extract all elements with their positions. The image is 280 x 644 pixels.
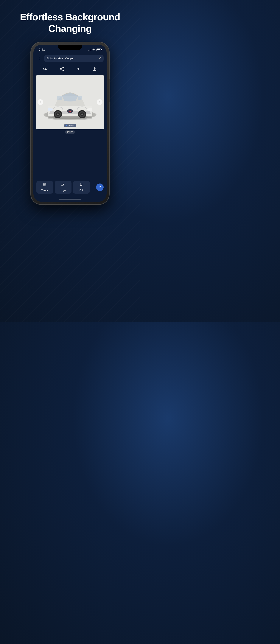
signal-bars-icon [88, 48, 91, 51]
svg-point-8 [48, 116, 92, 120]
back-button[interactable]: ‹ [36, 56, 42, 61]
theme-label: Theme [41, 189, 48, 192]
svg-rect-20 [43, 183, 44, 185]
car-image-area: 🚘 [36, 75, 104, 129]
svg-point-4 [63, 70, 64, 70]
svg-point-7 [78, 68, 79, 70]
svg-rect-21 [45, 183, 46, 185]
svg-rect-24 [62, 184, 65, 186]
svg-rect-23 [45, 185, 46, 186]
hero-title: Effortless Background Changing [9, 11, 132, 34]
edit-icon[interactable] [98, 56, 101, 60]
page-counter-badge: 16/120 [65, 130, 75, 134]
wifi-icon [92, 48, 96, 51]
notch [58, 44, 82, 50]
title-bar: BMW 8 - Gran Coupe [44, 55, 104, 62]
home-indicator [34, 196, 106, 202]
eye-button[interactable] [41, 65, 50, 73]
help-button[interactable]: ? [96, 184, 104, 191]
share-button[interactable] [58, 65, 66, 73]
tool-buttons: Theme Logo [36, 181, 90, 194]
logo-icon [61, 182, 65, 188]
svg-point-3 [60, 68, 61, 69]
edit-button[interactable]: Edit [73, 181, 90, 194]
car-illustration: 🚘 [40, 84, 100, 121]
svg-point-1 [45, 68, 46, 70]
theme-icon [42, 182, 47, 188]
download-button[interactable] [90, 65, 99, 73]
logo-button[interactable]: Logo [55, 181, 72, 194]
app-header: ‹ BMW 8 - Gran Coupe [34, 54, 106, 64]
svg-line-5 [61, 68, 63, 69]
svg-rect-22 [43, 185, 44, 186]
badge-label: CropyAI [68, 125, 74, 126]
svg-point-15 [57, 114, 58, 115]
home-bar [59, 198, 81, 200]
svg-point-2 [63, 67, 64, 68]
action-toolbar [34, 64, 106, 75]
svg-point-27 [64, 184, 64, 185]
phone-frame: 9:41 [31, 42, 109, 204]
status-icons [88, 48, 101, 51]
battery-icon [96, 48, 101, 51]
edit-label: Edit [80, 189, 84, 192]
status-time: 9:41 [39, 48, 45, 52]
project-title: BMW 8 - Gran Coupe [46, 57, 73, 60]
svg-line-6 [61, 69, 63, 70]
settings-button[interactable] [74, 65, 82, 73]
cropyai-badge: CropyAI [64, 124, 76, 127]
edit-icon [79, 182, 84, 188]
bottom-toolbar: Theme Logo [34, 179, 106, 196]
svg-point-19 [82, 114, 83, 115]
theme-button[interactable]: Theme [36, 181, 53, 194]
logo-label: Logo [61, 189, 66, 192]
page-counter: 16/120 [34, 129, 106, 135]
help-label: ? [99, 185, 101, 189]
